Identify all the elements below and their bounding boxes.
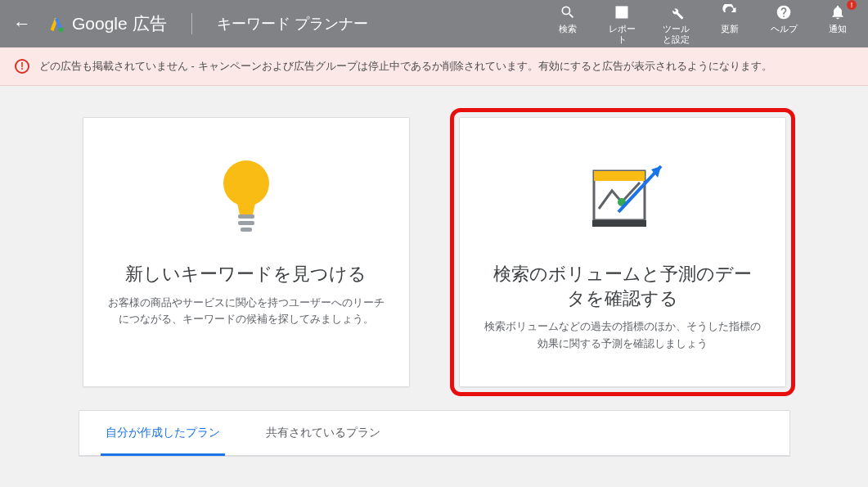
notifications-action[interactable]: ! 通知 — [822, 3, 853, 34]
svg-rect-6 — [594, 171, 645, 181]
plan-tabs: 自分が作成したプラン 共有されているプラン — [79, 411, 789, 456]
wrench-icon — [668, 3, 684, 21]
alert-banner: ! どの広告も掲載されていません - キャンペーンおよび広告グループは停止中であ… — [0, 47, 868, 86]
divider — [191, 13, 192, 34]
find-keywords-card[interactable]: 新しいキーワードを見つける お客様の商品やサービスに関心を持つユーザーへのリーチ… — [83, 117, 410, 387]
top-actions: 検索 レポート ツールと設定 更新 ヘルプ — [552, 3, 860, 43]
alert-text: どの広告も掲載されていません - キャンペーンおよび広告グループは停止中であるか… — [39, 59, 772, 74]
reports-icon — [614, 3, 630, 21]
search-label: 検索 — [559, 24, 577, 34]
tab-shared-plans[interactable]: 共有されているプラン — [263, 411, 384, 455]
bell-icon: ! — [830, 3, 846, 21]
tab-my-plans[interactable]: 自分が作成したプラン — [102, 411, 223, 455]
notifications-label: 通知 — [829, 24, 847, 34]
refresh-icon — [722, 3, 738, 21]
tools-label: ツールと設定 — [660, 24, 691, 43]
svg-rect-7 — [592, 220, 646, 227]
back-arrow-icon[interactable]: ← — [8, 13, 36, 34]
option-cards: 新しいキーワードを見つける お客様の商品やサービスに関心を持つユーザーへのリーチ… — [0, 86, 868, 410]
ads-logo-icon — [47, 15, 65, 33]
top-bar: ← Google 広告 キーワード プランナー 検索 レポート — [0, 0, 868, 47]
search-icon — [560, 3, 576, 21]
reports-label: レポート — [606, 24, 637, 43]
refresh-action[interactable]: 更新 — [714, 3, 745, 34]
svg-point-1 — [223, 160, 269, 206]
page-title: キーワード プランナー — [217, 14, 368, 34]
find-card-title: 新しいキーワードを見つける — [125, 262, 367, 286]
product-name: Google 広告 — [72, 12, 167, 35]
refresh-label: 更新 — [721, 24, 739, 34]
forecast-volume-card[interactable]: 検索のボリュームと予測のデータを確認する 検索ボリュームなどの過去の指標のほか、… — [459, 117, 786, 387]
help-icon — [776, 3, 792, 21]
forecast-card-desc: 検索ボリュームなどの過去の指標のほか、そうした指標の効果に関する予測を確認しまし… — [484, 318, 761, 353]
search-action[interactable]: 検索 — [552, 3, 583, 34]
plans-panel: 自分が作成したプラン 共有されているプラン — [79, 410, 790, 457]
svg-rect-2 — [238, 214, 254, 219]
alert-icon: ! — [15, 59, 29, 74]
google-ads-logo[interactable]: Google 広告 — [47, 12, 167, 35]
forecast-card-title: 検索のボリュームと予測のデータを確認する — [484, 262, 761, 310]
help-action[interactable]: ヘルプ — [768, 3, 799, 34]
help-label: ヘルプ — [771, 24, 798, 34]
reports-action[interactable]: レポート — [606, 3, 637, 43]
lightbulb-icon — [209, 142, 283, 257]
tools-action[interactable]: ツールと設定 — [660, 3, 691, 43]
notification-badge: ! — [847, 0, 857, 10]
chart-arrow-icon — [569, 142, 676, 257]
svg-rect-4 — [241, 228, 252, 232]
svg-rect-3 — [238, 221, 254, 225]
svg-point-0 — [59, 27, 64, 32]
find-card-desc: お客様の商品やサービスに関心を持つユーザーへのリーチにつながる、キーワードの候補… — [108, 295, 385, 329]
